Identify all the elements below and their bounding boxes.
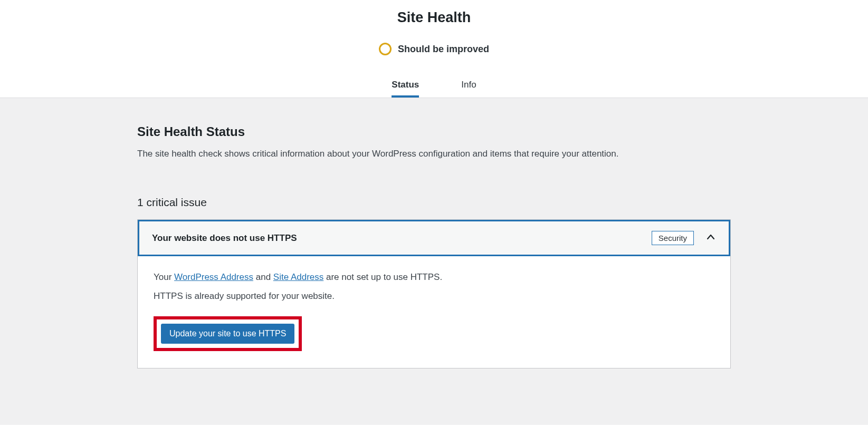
chevron-up-icon [705,232,716,244]
issue-description-line-1: Your WordPress Address and Site Address … [154,272,714,283]
tab-status[interactable]: Status [392,74,419,98]
tabs-nav: Status Info [0,74,868,98]
text-fragment: Your [154,272,174,282]
critical-issues-heading: 1 critical issue [137,196,731,209]
issue-body: Your WordPress Address and Site Address … [138,256,730,368]
health-status-text: Should be improved [398,44,489,55]
page-title: Site Health [0,9,868,26]
status-circle-icon [379,43,392,55]
issue-toggle-header[interactable]: Your website does not use HTTPS Security [138,220,730,256]
tab-info[interactable]: Info [461,74,476,98]
update-https-button[interactable]: Update your site to use HTTPS [161,324,294,344]
text-fragment: are not set up to use HTTPS. [323,272,442,282]
wordpress-address-link[interactable]: WordPress Address [174,272,253,282]
body-area: Site Health Status The site health check… [0,98,868,425]
issue-header-right: Security [652,231,716,245]
section-description: The site health check shows critical inf… [137,149,731,159]
content-wrapper: Site Health Status The site health check… [132,124,736,368]
section-title: Site Health Status [137,124,731,139]
issue-category-badge: Security [652,231,694,245]
issue-description-line-2: HTTPS is already supported for your webs… [154,291,714,302]
text-fragment: and [253,272,273,282]
highlight-annotation-box: Update your site to use HTTPS [154,316,302,351]
site-health-header: Site Health Should be improved Status In… [0,0,868,98]
site-address-link[interactable]: Site Address [273,272,323,282]
issue-title: Your website does not use HTTPS [152,233,297,244]
health-status-indicator: Should be improved [379,43,489,55]
issue-card: Your website does not use HTTPS Security… [137,219,731,368]
